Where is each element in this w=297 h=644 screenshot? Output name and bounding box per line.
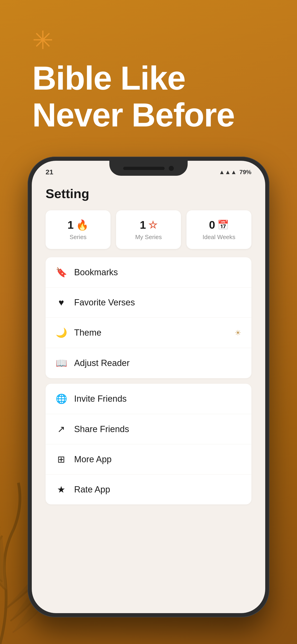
menu-item-favorite-verses[interactable]: ♥ Favorite Verses: [46, 288, 252, 318]
menu-item-adjust-reader[interactable]: 📖 Adjust Reader: [46, 348, 252, 378]
menu-group-1: 🔖 Bookmarks ♥ Favorite Verses 🌙 Theme ☀ …: [46, 257, 252, 378]
heart-icon: ♥: [56, 297, 67, 308]
menu-label-bookmarks: Bookmarks: [74, 268, 241, 277]
menu-item-theme[interactable]: 🌙 Theme ☀: [46, 318, 252, 348]
hero-section: ✳ Bible Like Never Before: [32, 28, 265, 133]
screen-content: Setting 1 🔥 Series 1 ☆: [32, 179, 265, 613]
stat-number-series: 1 🔥: [50, 218, 106, 231]
menu-item-more-app[interactable]: ⊞ More App: [46, 444, 252, 474]
menu-label-favorite-verses: Favorite Verses: [74, 298, 241, 308]
asterisk-icon: ✳: [32, 28, 265, 53]
menu-item-bookmarks[interactable]: 🔖 Bookmarks: [46, 257, 252, 288]
stat-card-series[interactable]: 1 🔥 Series: [46, 210, 110, 249]
notch-bar: [123, 167, 164, 170]
stat-value-my-series: 1: [140, 218, 146, 231]
book-icon: 📖: [56, 358, 67, 368]
phone-shell: 21 ▲▲▲ 79% Setting 1 🔥 S: [28, 156, 269, 617]
menu-label-rate-app: Rate App: [74, 484, 241, 494]
stat-value-series: 1: [68, 218, 74, 231]
bookmark-icon: 🔖: [56, 267, 67, 278]
menu-label-invite-friends: Invite Friends: [74, 394, 241, 404]
menu-label-adjust-reader: Adjust Reader: [74, 358, 241, 368]
status-icons: ▲▲▲ 79%: [219, 168, 252, 176]
battery-icon: 79%: [240, 168, 252, 176]
globe-icon: 🌐: [56, 394, 67, 404]
calendar-icon: 📅: [217, 220, 229, 230]
share-icon: ↗: [56, 424, 67, 434]
hero-title: Bible Like Never Before: [32, 60, 265, 133]
status-time: 21: [46, 168, 53, 176]
sun-icon: ☀: [234, 328, 241, 337]
menu-label-theme: Theme: [74, 328, 227, 338]
menu-item-invite-friends[interactable]: 🌐 Invite Friends: [46, 384, 252, 414]
stat-card-my-series[interactable]: 1 ☆ My Series: [116, 210, 181, 249]
flame-icon: 🔥: [76, 219, 89, 231]
moon-icon: 🌙: [56, 327, 67, 338]
menu-group-2: 🌐 Invite Friends ↗ Share Friends ⊞ More …: [46, 384, 252, 504]
star-filled-icon: ★: [56, 484, 67, 495]
phone-screen: 21 ▲▲▲ 79% Setting 1 🔥 S: [32, 161, 265, 613]
phone-notch: [109, 161, 188, 176]
screen-title: Setting: [46, 186, 252, 201]
menu-item-rate-app[interactable]: ★ Rate App: [46, 474, 252, 504]
menu-label-share-friends: Share Friends: [74, 424, 241, 434]
plus-square-icon: ⊞: [56, 454, 67, 464]
menu-label-more-app: More App: [74, 454, 241, 464]
phone-mockup: 21 ▲▲▲ 79% Setting 1 🔥 S: [28, 156, 269, 617]
stat-number-my-series: 1 ☆: [121, 218, 176, 231]
notch-camera: [169, 166, 174, 171]
star-outline-icon: ☆: [148, 219, 157, 231]
stat-label-series: Series: [50, 234, 106, 241]
stat-label-ideal-weeks: Ideal Weeks: [191, 234, 247, 241]
stat-value-ideal-weeks: 0: [209, 218, 215, 231]
stat-number-ideal-weeks: 0 📅: [191, 218, 247, 231]
stat-label-my-series: My Series: [121, 234, 176, 241]
signal-icon: ▲▲▲: [219, 168, 237, 176]
menu-item-share-friends[interactable]: ↗ Share Friends: [46, 414, 252, 444]
stats-row: 1 🔥 Series 1 ☆ My Series: [46, 210, 252, 249]
stat-card-ideal-weeks[interactable]: 0 📅 Ideal Weeks: [186, 210, 252, 249]
